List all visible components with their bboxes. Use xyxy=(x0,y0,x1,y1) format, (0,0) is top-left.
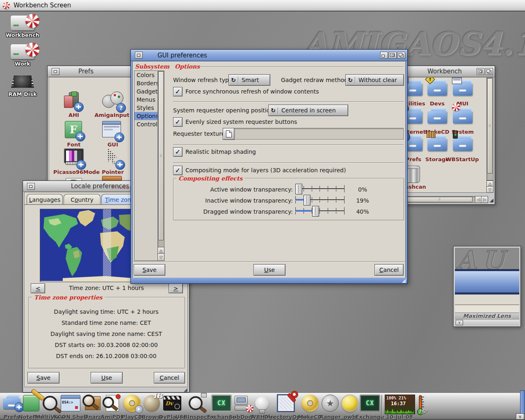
save-button[interactable]: Save xyxy=(27,372,59,383)
horizontal-scrollbar[interactable]: ⠿ xyxy=(406,196,475,203)
cd-icon xyxy=(301,395,319,412)
drawer-icon-prefs[interactable] xyxy=(406,138,422,151)
slider-knob[interactable] xyxy=(304,195,310,205)
drawer-icon-wbstartup[interactable] xyxy=(453,138,472,151)
lens-window[interactable]: AU Maximized Lens ∨ xyxy=(453,246,521,327)
slider-knob[interactable] xyxy=(312,206,319,217)
tab-country[interactable]: Country xyxy=(64,194,100,205)
active-transparency-value: 0% xyxy=(350,186,375,193)
requester-texture-file-button[interactable] xyxy=(223,128,235,140)
evenly-sized-checkbox[interactable]: ✓ xyxy=(173,117,183,127)
lens-collapse-button[interactable]: ∨ xyxy=(456,320,463,325)
close-gadget[interactable] xyxy=(135,52,143,59)
scroll-down-button[interactable]: ▽ xyxy=(486,186,493,193)
use-button[interactable]: Use xyxy=(253,264,285,276)
prefs-icon-pointer[interactable] xyxy=(103,148,124,167)
inactive-transparency-slider[interactable] xyxy=(295,195,345,205)
list-item-colors[interactable]: Colors xyxy=(135,71,158,79)
drawer-icon-mui[interactable] xyxy=(453,82,472,96)
window-title: Prefs xyxy=(78,68,94,75)
drawer-icon-devs[interactable]: ↑ xyxy=(427,82,447,96)
trashcan-icon[interactable] xyxy=(406,166,420,183)
window-refresh-cycle[interactable]: ↻ Smart xyxy=(228,74,270,86)
list-item-gadgets[interactable]: Gadgets xyxy=(135,87,158,96)
horizontal-scroll-knob[interactable]: ⠿ xyxy=(407,197,472,202)
offscreen-window-edge[interactable] xyxy=(520,390,525,414)
pdf-seal-icon xyxy=(116,394,121,399)
dock-item-usbinspector[interactable]: USBInspector xyxy=(184,394,207,420)
dock-item-directoryopus[interactable]: DirectoryOpus xyxy=(274,394,297,420)
cpu-monitor[interactable]: 100% 21% 16:37 xyxy=(385,395,415,414)
compositing-checkbox[interactable]: ✓ xyxy=(173,166,183,175)
save-button[interactable]: Save xyxy=(134,264,165,276)
subsystem-scroll-knob[interactable]: ⠿ xyxy=(158,71,164,240)
gui-title-bar[interactable]: GUI preferences xyxy=(131,50,407,61)
prefs-icon-picasso96mode[interactable] xyxy=(64,148,85,167)
workbench-title-bar[interactable]: Workbench xyxy=(404,66,495,77)
tab-languages[interactable]: Languages xyxy=(27,194,63,205)
thermometer-icon[interactable]: 75° xyxy=(416,394,427,415)
boing-ball-icon xyxy=(3,2,10,9)
prefs-badge-icon xyxy=(74,102,84,112)
dock-item-exchange-2[interactable]: CX Exchange xyxy=(358,394,381,420)
file-icon xyxy=(226,130,232,137)
drawer-icon-utilities[interactable] xyxy=(406,82,422,96)
prefs-badge-icon xyxy=(114,132,124,142)
depth-gadget[interactable] xyxy=(397,52,405,59)
resize-gadget[interactable]: ◢ xyxy=(184,387,187,392)
prefs-icon-ahi[interactable] xyxy=(63,91,84,110)
list-item-menus[interactable]: Menus xyxy=(135,96,158,104)
subsystem-scroll-down-button[interactable]: ▽ xyxy=(158,253,164,261)
gadget-redraw-label: Gadget redraw method: xyxy=(281,77,350,83)
subsystem-scrollbar[interactable]: ⠿ xyxy=(158,71,164,248)
drawer-icon-internet[interactable] xyxy=(406,110,422,123)
window-title: GUI preferences xyxy=(158,52,207,59)
desktop-icon-work[interactable]: Work xyxy=(0,44,45,67)
close-gadget[interactable] xyxy=(52,68,59,75)
subsystem-list: Colors Borders Gadgets Menus Styles Opti… xyxy=(134,71,158,261)
active-transparency-label: Active window transparency: xyxy=(173,186,293,193)
gadget-redraw-cycle[interactable]: ↻ Without clear xyxy=(345,74,404,86)
screen-title-bar[interactable]: Workbench Screen xyxy=(0,0,525,11)
prefs-icon-font[interactable]: F xyxy=(64,121,85,140)
sync-refresh-checkbox[interactable]: ✓ xyxy=(173,87,183,96)
list-item-options[interactable]: Options xyxy=(135,112,158,120)
zoom-gadget[interactable] xyxy=(477,68,484,75)
timezone-next-button[interactable]: > xyxy=(169,283,183,293)
requester-position-cycle[interactable]: ↻ Centered in screen xyxy=(268,105,348,116)
inactive-transparency-value: 19% xyxy=(350,197,375,204)
list-item-controls[interactable]: Controls xyxy=(135,120,158,128)
prefs-icon-amigainput[interactable]: ? xyxy=(101,91,124,110)
vertical-scroll-knob[interactable]: ⠿ xyxy=(487,78,493,173)
vertical-scrollbar[interactable]: ⠿ xyxy=(486,77,493,180)
screen-title: Workbench Screen xyxy=(14,2,71,9)
resize-gadget[interactable]: ◢ xyxy=(402,278,406,283)
close-gadget[interactable] xyxy=(27,183,35,190)
depth-gadget[interactable] xyxy=(485,68,493,75)
desktop-icon-workbench[interactable]: Workbench xyxy=(0,16,45,38)
dragged-transparency-slider[interactable] xyxy=(295,206,345,216)
cancel-button[interactable]: Cancel xyxy=(154,372,185,383)
resize-gadget[interactable]: ◢ xyxy=(490,198,493,203)
requester-texture-field[interactable] xyxy=(234,128,404,139)
zoom-gadget[interactable] xyxy=(389,52,397,59)
desktop-icon-ram-disk[interactable]: RAM Disk xyxy=(0,73,45,97)
drawer-icon-storage[interactable] xyxy=(427,138,447,151)
cancel-button[interactable]: Cancel xyxy=(374,264,404,276)
inactive-transparency-label: Inactive window transparency: xyxy=(173,197,293,204)
dock-item-kcon-shell[interactable]: OS4:> KCON Shell xyxy=(59,394,82,420)
use-button[interactable]: Use xyxy=(91,372,123,383)
offscreen-window-collapse-button[interactable]: ∨ xyxy=(516,413,524,420)
list-item-styles[interactable]: Styles xyxy=(135,104,158,112)
iconify-gadget[interactable] xyxy=(380,52,388,59)
drawer-icon-makecd[interactable] xyxy=(427,110,447,123)
slider-knob[interactable] xyxy=(295,184,302,194)
prefs-icon-gui[interactable] xyxy=(102,121,123,140)
scroll-right-button[interactable]: ▷ xyxy=(481,196,488,203)
realistic-shading-checkbox[interactable]: ✓ xyxy=(173,147,183,157)
drawer-icon-system[interactable] xyxy=(453,110,472,123)
list-item-borders[interactable]: Borders xyxy=(135,79,158,87)
window-refresh-label: Window refresh type: xyxy=(173,77,234,83)
dock-item-makecd[interactable]: MakeCD xyxy=(299,394,322,420)
active-transparency-slider[interactable] xyxy=(295,184,345,194)
